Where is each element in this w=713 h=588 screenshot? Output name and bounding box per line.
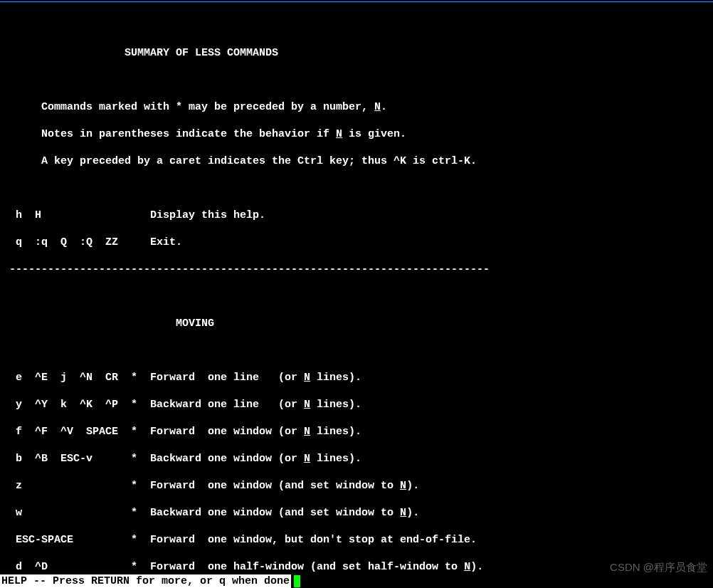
status-bar[interactable]: HELP -- Press RETURN for more, or q when… bbox=[0, 574, 291, 588]
title-line: SUMMARY OF LESS COMMANDS bbox=[3, 46, 710, 60]
intro-line-3: A key preceded by a caret indicates the … bbox=[3, 154, 710, 168]
watermark-text: CSDN @程序员食堂 bbox=[610, 560, 707, 574]
terminal-output: SUMMARY OF LESS COMMANDS Commands marked… bbox=[0, 0, 713, 588]
mov-f: f ^F ^V SPACE * Forward one window (or N… bbox=[3, 425, 710, 439]
intro-line-2: Notes in parentheses indicate the behavi… bbox=[3, 127, 710, 141]
window-top-border bbox=[0, 0, 713, 2]
mov-z: z * Forward one window (and set window t… bbox=[3, 479, 710, 493]
cursor-icon bbox=[294, 575, 300, 587]
rule-line: ----------------------------------------… bbox=[3, 263, 710, 276]
blank-line bbox=[3, 182, 710, 195]
blank-line bbox=[3, 344, 710, 357]
quit-cmd: q :q Q :Q ZZ Exit. bbox=[3, 236, 710, 249]
mov-w: w * Backward one window (and set window … bbox=[3, 506, 710, 520]
mov-e: e ^E j ^N CR * Forward one line (or N li… bbox=[3, 371, 710, 384]
moving-title: MOVING bbox=[3, 317, 710, 330]
mov-d: d ^D * Forward one half-window (and set … bbox=[3, 560, 710, 574]
blank-line bbox=[3, 73, 710, 87]
blank-line bbox=[3, 19, 710, 33]
blank-line bbox=[3, 290, 710, 303]
mov-b: b ^B ESC-v * Backward one window (or N l… bbox=[3, 452, 710, 466]
help-cmd: h H Display this help. bbox=[3, 209, 710, 222]
mov-y: y ^Y k ^K ^P * Backward one line (or N l… bbox=[3, 398, 710, 411]
intro-line-1: Commands marked with * may be preceded b… bbox=[3, 100, 710, 114]
mov-esc-space: ESC-SPACE * Forward one window, but don'… bbox=[3, 533, 710, 547]
